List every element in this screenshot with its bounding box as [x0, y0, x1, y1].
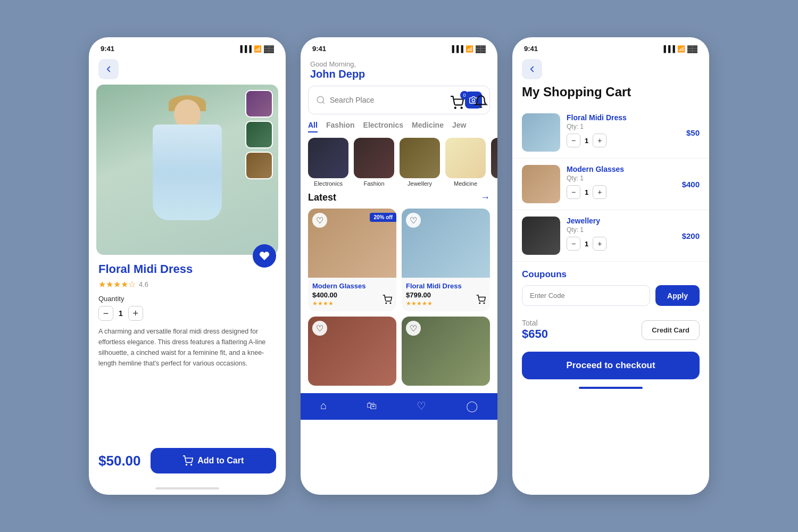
apply-button[interactable]: Apply — [655, 285, 700, 306]
coupon-input[interactable] — [522, 285, 650, 306]
nav-home[interactable]: ⌂ — [320, 400, 327, 412]
cat-fashion[interactable]: Fashion — [354, 138, 394, 187]
wishlist-btn-dress[interactable]: ♡ — [406, 213, 421, 228]
cart-item-price-glasses: $400 — [682, 180, 700, 189]
nav-profile[interactable]: ◯ — [466, 400, 478, 412]
status-icons-2: ▐▐▐ 📶 ▓▓ — [450, 45, 486, 53]
product-card-boots[interactable]: ♡ — [402, 317, 490, 386]
qty-increase-jewellery[interactable]: + — [593, 237, 606, 251]
favorite-button[interactable] — [253, 244, 276, 268]
thumbnail-3[interactable] — [245, 152, 273, 179]
add-to-cart-button[interactable]: Add to Cart — [151, 448, 276, 473]
product-stars-dress: ★★★★★ — [406, 300, 486, 307]
wifi-icon-2: 📶 — [466, 45, 473, 53]
tab-jewellery[interactable]: Jew — [452, 121, 466, 132]
add-cart-icon-dress[interactable] — [476, 295, 486, 307]
nav-wishlist[interactable]: ♡ — [417, 400, 426, 412]
cat-medicine[interactable]: Medicine — [445, 138, 486, 187]
latest-header: Latest → — [301, 192, 497, 209]
qty-increase-dress[interactable]: + — [593, 134, 606, 147]
tab-medicine[interactable]: Medicine — [412, 121, 444, 132]
wishlist-btn-plaid[interactable]: ♡ — [312, 321, 327, 336]
discount-badge-glasses: 20% off — [370, 213, 396, 222]
svg-point-2 — [455, 107, 456, 109]
time-3: 9:41 — [524, 45, 538, 53]
svg-line-5 — [322, 102, 324, 103]
greeting-name: John Depp — [310, 68, 488, 80]
product-card-plaid[interactable]: ♡ — [308, 317, 396, 386]
cat-icon-medicine — [445, 138, 486, 178]
product-card-dress[interactable]: ♡ Floral Midi Dress $799.00 ★★★★★ — [402, 209, 490, 311]
qty-increase-glasses[interactable]: + — [593, 185, 606, 199]
qty-value-glasses: 1 — [585, 188, 588, 196]
svg-point-8 — [390, 303, 391, 304]
svg-point-1 — [191, 464, 192, 466]
add-cart-icon-glasses[interactable] — [383, 295, 392, 307]
cart-item-jewellery: Jewellery Qty: 1 − 1 + $200 — [512, 210, 709, 262]
tab-electronics[interactable]: Electronics — [363, 121, 403, 132]
qty-decrease-jewellery[interactable]: − — [567, 237, 580, 251]
cart-item-name-glasses: Modern Glasses — [567, 165, 676, 173]
thumbnail-1[interactable] — [245, 90, 273, 118]
product-name-dress: Floral Midi Dress — [406, 282, 486, 290]
cat-electronics[interactable]: Electronics — [308, 138, 348, 187]
cat-jewellery[interactable]: Jewellery — [400, 138, 440, 187]
qty-decrease-glasses[interactable]: − — [567, 185, 580, 199]
model-body — [153, 124, 222, 220]
quantity-decrease[interactable]: − — [98, 306, 113, 321]
cart-item-dress: Floral Midi Dress Qty: 1 − 1 + $50 — [512, 107, 709, 159]
signal-icon-3: ▐▐▐ — [662, 45, 676, 53]
back-button-3[interactable] — [522, 59, 542, 79]
signal-icon-1: ▐▐▐ — [238, 45, 252, 53]
add-to-cart-label: Add to Cart — [197, 456, 244, 466]
product-img-plaid: ♡ — [308, 317, 396, 386]
wifi-icon-3: 📶 — [677, 45, 685, 53]
product-img-dress: ♡ — [402, 209, 490, 278]
coupon-row: Apply — [522, 285, 700, 306]
nav-shop[interactable]: 🛍 — [367, 400, 377, 412]
cart-title: My Shopping Cart — [512, 85, 709, 107]
cat-sp[interactable]: Sp — [491, 138, 497, 187]
product-image — [96, 85, 278, 255]
qty-decrease-dress[interactable]: − — [567, 134, 580, 147]
price-row: $50.00 Add to Cart — [89, 448, 286, 483]
product-info: Floral Midi Dress ★★★★☆ 4.6 Quantity − 1… — [89, 255, 286, 376]
status-icons-1: ▐▐▐ 📶 ▓▓ — [238, 45, 274, 53]
total-amount: $650 — [522, 327, 548, 341]
quantity-value: 1 — [119, 309, 123, 318]
notification-icon[interactable] — [474, 95, 488, 111]
wishlist-btn-glasses[interactable]: ♡ — [312, 213, 327, 228]
latest-arrow[interactable]: → — [480, 192, 490, 203]
cat-icon-jewellery — [400, 138, 440, 178]
wishlist-btn-boots[interactable]: ♡ — [406, 321, 421, 336]
battery-icon-3: ▓▓ — [687, 45, 697, 53]
quantity-increase[interactable]: + — [128, 306, 143, 321]
thumbnail-2[interactable] — [245, 121, 273, 148]
cart-icon-wrap[interactable]: 0 — [447, 93, 467, 112]
product-price-glasses: $400.00 — [312, 291, 392, 299]
tab-fashion[interactable]: Fashion — [326, 121, 355, 132]
battery-icon-2: ▓▓ — [476, 45, 486, 53]
cart-item-qty-label-dress: Qty: 1 — [567, 123, 680, 130]
battery-icon-1: ▓▓ — [264, 45, 274, 53]
cart-item-details-glasses: Modern Glasses Qty: 1 − 1 + — [567, 165, 676, 199]
product-card-glasses[interactable]: ♡ 20% off Modern Glasses $400.00 ★★★★ — [308, 209, 396, 311]
screen-product-detail: 9:41 ▐▐▐ 📶 ▓▓ — [89, 37, 286, 495]
svg-point-7 — [386, 303, 387, 304]
tab-all[interactable]: All — [308, 121, 318, 132]
category-icons: Electronics Fashion Jewellery Medicine S… — [301, 138, 497, 192]
screen-shopping-cart: 9:41 ▐▐▐ 📶 ▓▓ My Shopping Cart Floral Mi… — [512, 37, 709, 495]
cart-item-glasses: Modern Glasses Qty: 1 − 1 + $400 — [512, 159, 709, 210]
latest-title: Latest — [308, 192, 336, 203]
cat-icon-electronics — [308, 138, 348, 178]
checkout-button[interactable]: Proceed to checkout — [522, 352, 700, 379]
cat-label-electronics: Electronics — [314, 180, 343, 187]
cart-item-details-jewellery: Jewellery Qty: 1 − 1 + — [567, 217, 676, 251]
credit-card-button[interactable]: Credit Card — [642, 320, 700, 340]
status-bar-3: 9:41 ▐▐▐ 📶 ▓▓ — [512, 37, 709, 56]
back-button-1[interactable] — [98, 59, 119, 79]
product-description: A charming and versatile floral midi dre… — [98, 326, 276, 369]
search-input[interactable] — [330, 96, 465, 104]
cart-item-img-dress — [522, 113, 560, 152]
cat-label-fashion: Fashion — [363, 180, 384, 187]
